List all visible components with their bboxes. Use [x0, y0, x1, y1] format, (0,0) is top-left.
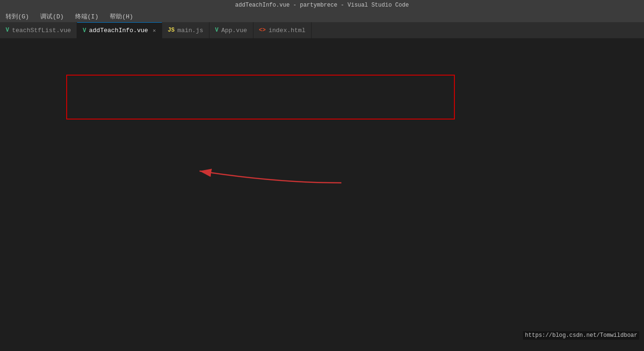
red-box-highlight: [66, 75, 455, 120]
tab-add-teach[interactable]: V addTeachInfo.vue ✕: [77, 22, 162, 38]
menu-goto[interactable]: 转到(G): [4, 11, 31, 22]
menu-debug[interactable]: 调试(D): [38, 11, 65, 22]
vue-icon-3: V: [215, 27, 218, 34]
tab-index-html[interactable]: <> index.html: [253, 22, 312, 38]
tab-bar: V teachStfList.vue V addTeachInfo.vue ✕ …: [0, 22, 644, 39]
url-text: https://blog.csdn.net/Tomwildboar: [523, 331, 639, 340]
title-text: addTeachInfo.vue - partymbrece - Visual …: [235, 2, 409, 9]
tab-app-vue[interactable]: V App.vue: [209, 22, 253, 38]
tab-main-js-label: main.js: [177, 27, 203, 34]
editor-container: [0, 39, 644, 351]
tab-teach-stf[interactable]: V teachStfList.vue: [0, 22, 77, 38]
menu-bar: 转到(G) 调试(D) 终端(I) 帮助(H): [0, 10, 644, 22]
vue-icon: V: [6, 27, 9, 34]
line-numbers: [14, 39, 34, 351]
menu-help[interactable]: 帮助(H): [108, 11, 135, 22]
html-icon: <>: [259, 27, 266, 34]
js-icon: JS: [168, 27, 174, 34]
tab-app-vue-label: App.vue: [221, 27, 247, 34]
vue-icon-2: V: [83, 27, 86, 34]
code-area[interactable]: [34, 39, 644, 351]
left-gutter: [0, 39, 14, 351]
tab-add-teach-label: addTeachInfo.vue: [89, 27, 148, 34]
tab-teach-stf-label: teachStfList.vue: [12, 27, 71, 34]
title-bar: addTeachInfo.vue - partymbrece - Visual …: [0, 0, 644, 10]
arrow-annotation: [129, 166, 412, 204]
tab-main-js[interactable]: JS main.js: [162, 22, 209, 38]
tab-index-html-label: index.html: [269, 27, 305, 34]
close-icon[interactable]: ✕: [153, 27, 156, 34]
menu-terminal[interactable]: 终端(I): [73, 11, 100, 22]
